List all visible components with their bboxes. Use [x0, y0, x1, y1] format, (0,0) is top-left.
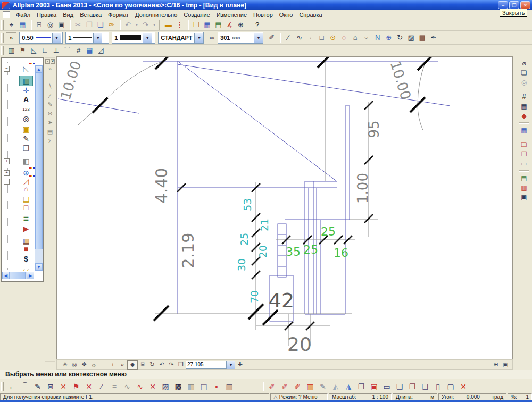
edit-tool-8[interactable]: ∕ — [95, 381, 108, 392]
modify-tool-15[interactable]: ▢ — [444, 381, 457, 392]
modify-tool-6[interactable]: ◭ — [329, 381, 342, 392]
monitor-edit-icon[interactable]: ❐ — [519, 149, 529, 158]
strip-pointer-icon[interactable]: ➤ — [45, 118, 55, 127]
paste-icon[interactable]: ❏ — [95, 20, 106, 30]
menu-file[interactable]: Файл — [13, 11, 34, 19]
expand-button[interactable]: » — [6, 32, 16, 43]
calculator-icon[interactable]: ▦ — [519, 125, 529, 135]
chain-icon[interactable]: ∞ — [206, 32, 218, 43]
modify-tool-10[interactable]: ▭ — [380, 381, 393, 392]
edit-tool-1[interactable]: ⌐ — [6, 381, 19, 392]
edit-tool-11[interactable]: ∿ — [134, 381, 146, 392]
pen-number-combo[interactable]: 1 ▾ — [112, 32, 155, 44]
view-redo-icon[interactable]: ↷ — [167, 361, 176, 369]
point-snap-icon[interactable]: ⋮ — [174, 20, 185, 30]
refresh-icon[interactable]: ↻ — [147, 361, 157, 369]
palette-item-animation[interactable]: ▶ — [20, 224, 32, 233]
edit-tool-13[interactable]: ▨ — [159, 381, 172, 392]
edit-tool-12[interactable]: ✕ — [146, 381, 159, 392]
status-percent[interactable]: %: 1 — [508, 393, 532, 400]
chevron-down-icon[interactable]: ▾ — [143, 33, 152, 43]
collapse-box[interactable]: − — [4, 179, 10, 185]
strip-no-icon[interactable]: ⊘ — [45, 109, 55, 118]
redo-dropdown-icon[interactable]: ▾ — [151, 20, 157, 30]
modify-tool-5[interactable]: ✎ — [317, 381, 329, 392]
ellipse-tool-icon[interactable]: ○ — [361, 35, 372, 40]
pattern-combo[interactable]: 301 ∞∞ ▾ — [218, 32, 263, 44]
monitor-red-icon[interactable]: ❏ — [519, 140, 529, 149]
save-icon[interactable]: ▦ — [17, 20, 28, 30]
circle-select-icon[interactable]: ◎ — [519, 78, 529, 87]
eraser-icon[interactable]: ◆ — [519, 111, 529, 120]
edit-tool-4[interactable]: ⊠ — [44, 381, 57, 392]
open-view-icon[interactable]: ❒ — [176, 361, 186, 369]
palette-item-dimension[interactable]: 123 — [20, 104, 32, 114]
ruler-icon[interactable]: ▬ — [163, 20, 174, 30]
scroll-right-icon[interactable]: ▶ — [27, 272, 34, 279]
strip-table-icon[interactable]: ▤ — [45, 127, 55, 136]
menu-format[interactable]: Формат — [105, 11, 132, 19]
zoom-section-icon[interactable]: ⌀ — [519, 58, 529, 68]
restore-button[interactable]: ❐ — [509, 1, 519, 9]
status-mode[interactable]: △ Режим: ? Меню — [270, 393, 328, 400]
document-icon[interactable] — [3, 11, 10, 18]
chevron-down-icon[interactable]: ▾ — [93, 33, 102, 43]
expand-box[interactable]: + — [4, 158, 10, 164]
grid-icon[interactable]: # — [73, 45, 84, 55]
strip-sum-icon[interactable]: Σ — [45, 136, 55, 145]
scroll-thumb[interactable] — [10, 272, 26, 279]
edit-tool-18[interactable]: ▦ — [223, 381, 236, 392]
edit-tool-10[interactable]: ∿ — [121, 381, 134, 392]
multi-line-icon[interactable]: ▥ — [6, 45, 17, 55]
perpendicular-icon[interactable]: ⊥ — [51, 45, 62, 55]
fill-tool-icon[interactable]: ✒ — [428, 32, 439, 43]
menu-window[interactable]: Окно — [276, 11, 296, 19]
modify-tool-8[interactable]: ❐ — [355, 381, 368, 392]
strip-list-icon[interactable]: ≣ — [45, 73, 55, 82]
scroll-left-icon[interactable]: ◀ — [2, 272, 10, 279]
palette-item-solids[interactable]: ◧ — [20, 156, 32, 166]
circle-tool-icon[interactable]: ⊙ — [327, 32, 338, 43]
palette-hscrollbar[interactable]: ◀ ▶ — [2, 272, 34, 279]
strip-expand-icon[interactable]: » — [45, 64, 55, 73]
status-scale[interactable]: Масштаб: 1 : 100 — [329, 393, 392, 400]
edit-tool-16[interactable]: ▤ — [197, 381, 210, 392]
modify-tool-2[interactable]: ✐ — [278, 381, 291, 392]
modify-tool-14[interactable]: ▯ — [431, 381, 444, 392]
status-angle[interactable]: Угол: 0.000 град — [438, 393, 506, 400]
toolbar-grip[interactable] — [1, 33, 4, 43]
line-tool-icon[interactable]: ∕ — [282, 32, 294, 43]
palette-item-zoom[interactable]: ◎ — [20, 114, 32, 123]
toolbar-grip[interactable] — [1, 46, 4, 55]
set-square-icon[interactable]: ◺ — [28, 45, 39, 55]
strip-backslash-icon[interactable]: ∖ — [45, 82, 55, 91]
edit-tool-9[interactable]: = — [108, 381, 121, 392]
pin-icon[interactable]: ✚ — [235, 361, 245, 369]
edit-tool-14[interactable]: ▩ — [172, 381, 185, 392]
edit-tool-17[interactable]: ▪ — [210, 381, 223, 392]
palette-item-text[interactable]: A — [20, 95, 32, 104]
print-icon[interactable]: ⌸ — [34, 20, 45, 30]
palette-item-stairs[interactable]: ≣ — [20, 213, 32, 223]
rectangle-tool-icon[interactable]: □ — [316, 32, 327, 43]
active-mode-icon[interactable]: ◆ — [127, 360, 138, 370]
chevron-down-icon[interactable]: ▾ — [226, 361, 235, 369]
palette-item-library[interactable]: ▣ — [20, 124, 32, 134]
modify-tool-1[interactable]: ✐ — [265, 381, 278, 392]
palette-vscrollbar[interactable]: ▲ ▼ — [35, 65, 43, 271]
menu-extras[interactable]: Дополнительно — [132, 11, 180, 19]
palette-restore-button[interactable]: ▫ — [45, 59, 50, 64]
polygon-tool-icon[interactable]: ⌂ — [350, 32, 361, 43]
palette-item-clipboard[interactable]: ❐ — [20, 144, 32, 153]
spline-tool-icon[interactable]: ∿ — [294, 32, 305, 43]
zoom-out-icon[interactable]: − — [98, 361, 108, 369]
toolbar-grip[interactable] — [1, 20, 4, 30]
edit-tool-3[interactable]: ✎ — [31, 381, 44, 392]
pen-icon[interactable]: ✐ — [266, 32, 277, 43]
modify-tool-12[interactable]: ❐ — [406, 381, 419, 392]
modify-tool-16[interactable]: ✕ — [457, 381, 470, 392]
arc-icon[interactable]: ⌒ — [62, 45, 73, 55]
3d-view-icon[interactable]: ⊕ — [235, 20, 246, 30]
redo-icon[interactable]: ↷ — [140, 20, 151, 30]
palette-item-move[interactable]: ✛ — [20, 86, 32, 95]
